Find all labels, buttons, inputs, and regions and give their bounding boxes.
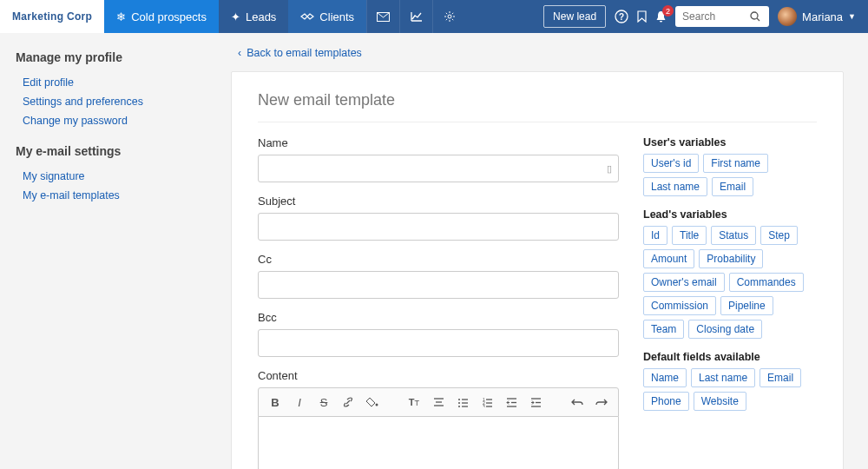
nav-clients-label: Clients [319, 10, 354, 23]
name-input[interactable] [258, 155, 619, 182]
bold-icon: B [271, 396, 279, 409]
italic-button[interactable]: I [288, 392, 311, 413]
svg-point-4 [751, 12, 758, 19]
search-box[interactable] [675, 6, 769, 27]
sidebar-signature[interactable]: My signature [16, 167, 208, 186]
lead-var-chip[interactable]: Commission [643, 296, 716, 315]
ol-button[interactable]: 123 [476, 392, 498, 413]
ol-icon: 123 [482, 398, 493, 407]
lead-var-chip[interactable]: Commandes [729, 273, 804, 292]
vars-lead-chips: IdTitleStatusStepAmountProbabilityOwner'… [643, 226, 817, 339]
snowflake-icon: ❄ [116, 10, 126, 23]
link-button[interactable] [337, 392, 359, 413]
user-var-chip[interactable]: User's id [643, 154, 699, 173]
fill-button[interactable] [361, 392, 384, 413]
lead-var-chip[interactable]: Status [711, 226, 756, 245]
bookmark-button[interactable] [637, 10, 647, 23]
default-var-chip[interactable]: Email [760, 368, 801, 387]
sidebar: Manage my profile Edit profile Settings … [0, 33, 224, 469]
editor-toolbar: B I S TT 123 [258, 387, 619, 417]
label-content: Content [258, 369, 619, 382]
outdent-icon [506, 398, 517, 407]
content-editor[interactable] [258, 417, 619, 469]
lead-var-chip[interactable]: Pipeline [720, 296, 773, 315]
ul-button[interactable] [451, 392, 474, 413]
sidebar-settings-prefs[interactable]: Settings and preferences [16, 92, 208, 111]
svg-point-6 [376, 404, 378, 406]
user-menu[interactable]: Mariana ▼ [778, 7, 856, 26]
default-var-chip[interactable]: Last name [691, 368, 755, 387]
help-icon: ? [615, 10, 628, 23]
user-var-chip[interactable]: Last name [643, 177, 707, 196]
svg-point-1 [448, 15, 451, 18]
svg-text:3: 3 [483, 404, 485, 407]
help-button[interactable]: ? [615, 10, 628, 23]
undo-icon [571, 398, 583, 406]
bold-button[interactable]: B [264, 392, 286, 413]
lead-var-chip[interactable]: Step [760, 226, 798, 245]
chevron-left-icon: ‹ [238, 47, 241, 59]
textsize-button[interactable]: TT [403, 392, 425, 413]
search-icon [750, 11, 760, 22]
user-var-chip[interactable]: First name [703, 154, 768, 173]
nav-leads-label: Leads [246, 10, 276, 23]
lead-var-chip[interactable]: Team [643, 320, 684, 339]
sidebar-edit-profile[interactable]: Edit profile [16, 73, 208, 92]
nav-stats[interactable] [399, 0, 432, 33]
lead-var-chip[interactable]: Closing date [688, 320, 762, 339]
outdent-button[interactable] [500, 392, 523, 413]
align-button[interactable] [427, 392, 450, 413]
bcc-input[interactable] [258, 329, 619, 357]
nav-cold-label: Cold prospects [131, 10, 207, 23]
default-var-chip[interactable]: Name [643, 368, 687, 387]
nav-cold-prospects[interactable]: ❄ Cold prospects [104, 0, 219, 33]
bookmark-icon [637, 10, 647, 23]
form-column: Name ▯ Subject Cc [258, 136, 619, 469]
default-var-chip[interactable]: Phone [643, 392, 689, 411]
paint-icon [366, 396, 378, 408]
redo-button[interactable] [590, 392, 613, 413]
sidebar-templates[interactable]: My e-mail templates [16, 186, 208, 205]
vars-user-chips: User's idFirst nameLast nameEmail [643, 154, 817, 196]
strike-button[interactable]: S [312, 392, 335, 413]
lead-var-chip[interactable]: Owner's email [643, 273, 725, 292]
nav-settings[interactable] [432, 0, 465, 33]
input-ornament-icon: ▯ [607, 163, 612, 175]
search-input[interactable] [682, 10, 750, 23]
mail-icon [377, 12, 390, 22]
sidebar-section-email: My e-mail settings [16, 144, 208, 158]
label-subject: Subject [258, 195, 619, 208]
variables-column: User's variables User's idFirst nameLast… [643, 136, 817, 469]
vars-default-chips: NameLast nameEmailPhoneWebsite [643, 368, 817, 411]
new-lead-button[interactable]: New lead [543, 5, 606, 28]
nav-mail[interactable] [366, 0, 399, 33]
avatar [778, 7, 797, 26]
gear-icon [444, 10, 456, 23]
vars-user-title: User's variables [643, 136, 817, 149]
back-link[interactable]: ‹ Back to email templates [238, 47, 844, 59]
ul-icon [457, 398, 469, 407]
subject-input[interactable] [258, 213, 619, 241]
lead-var-chip[interactable]: Amount [643, 249, 694, 268]
sidebar-section-profile: Manage my profile [16, 50, 208, 64]
topbar: Marketing Corp ❄ Cold prospects ✦ Leads … [0, 0, 868, 33]
brand-logo[interactable]: Marketing Corp [0, 0, 104, 33]
sidebar-change-password[interactable]: Change my password [16, 111, 208, 130]
user-var-chip[interactable]: Email [712, 177, 753, 196]
svg-text:?: ? [619, 12, 624, 22]
notifications-button[interactable]: 2 [655, 10, 667, 23]
nav-clients[interactable]: Clients [288, 0, 366, 33]
default-var-chip[interactable]: Website [694, 392, 746, 411]
label-bcc: Bcc [258, 311, 619, 324]
lead-var-chip[interactable]: Title [672, 226, 707, 245]
nav-leads[interactable]: ✦ Leads [219, 0, 288, 33]
vars-lead-title: Lead's variables [643, 208, 817, 221]
undo-button[interactable] [566, 392, 589, 413]
cc-input[interactable] [258, 271, 619, 299]
lead-var-chip[interactable]: Id [643, 226, 667, 245]
lead-var-chip[interactable]: Probability [699, 249, 763, 268]
main-content: ‹ Back to email templates New email temp… [224, 33, 868, 469]
indent-button[interactable] [524, 392, 547, 413]
textsize-icon: TT [409, 397, 419, 407]
chevron-down-icon: ▼ [848, 12, 856, 21]
